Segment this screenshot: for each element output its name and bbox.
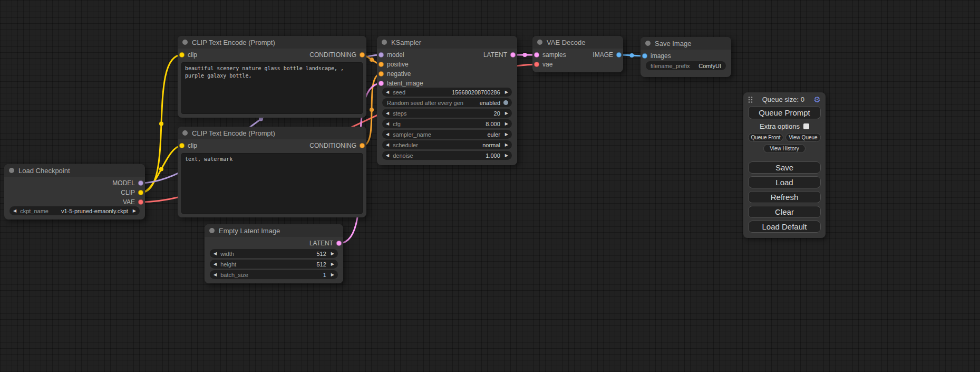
widget-scheduler[interactable]: ◀ scheduler normal ▶ (382, 140, 512, 149)
slot-dot-image[interactable] (642, 53, 647, 59)
arrow-left-icon[interactable]: ◀ (386, 143, 389, 147)
arrow-left-icon[interactable]: ◀ (214, 252, 217, 256)
slot-dot-vae[interactable] (534, 62, 539, 67)
widget-cfg[interactable]: ◀ cfg 8.000 ▶ (382, 119, 512, 128)
node-save-image[interactable]: Save Image images filename_prefix ComfyU… (641, 37, 731, 77)
refresh-button[interactable]: Refresh (748, 191, 821, 203)
slot-dot-image[interactable] (616, 52, 622, 58)
load-button[interactable]: Load (748, 176, 821, 188)
input-slot-clip[interactable]: clip (179, 141, 197, 150)
output-slot-conditioning[interactable]: CONDITIONING (309, 141, 365, 150)
arrow-left-icon[interactable]: ◀ (386, 154, 389, 158)
view-history-button[interactable]: View History (763, 144, 806, 153)
input-slot-model[interactable]: model (379, 50, 404, 60)
drag-handle-icon[interactable] (748, 96, 753, 103)
slot-dot-clip[interactable] (179, 143, 185, 148)
widget-ckpt-name[interactable]: ◀ ckpt_name v1-5-pruned-emaonly.ckpt ▶ (9, 206, 140, 215)
slot-dot-clip[interactable] (179, 52, 185, 58)
node-empty-latent-image[interactable]: Empty Latent Image LATENT ◀ width 512 ▶ … (205, 224, 343, 283)
output-slot-conditioning[interactable]: CONDITIONING (309, 50, 365, 60)
arrow-right-icon[interactable]: ▶ (505, 154, 508, 158)
node-ksampler[interactable]: KSampler model positive negative latent_… (377, 36, 517, 165)
slot-dot-latent[interactable] (336, 241, 342, 246)
node-title-bar[interactable]: VAE Decode (532, 36, 623, 49)
arrow-right-icon[interactable]: ▶ (505, 111, 508, 116)
node-title-bar[interactable]: CLIP Text Encode (Prompt) (178, 127, 366, 139)
input-slot-negative[interactable]: negative (379, 69, 411, 79)
node-vae-decode[interactable]: VAE Decode samples vae IMAGE (532, 36, 623, 72)
save-button[interactable]: Save (748, 161, 821, 174)
widget-steps[interactable]: ◀ steps 20 ▶ (382, 109, 512, 118)
collapse-dot-icon[interactable] (9, 168, 14, 173)
collapse-dot-icon[interactable] (182, 40, 188, 45)
arrow-left-icon[interactable]: ◀ (386, 111, 389, 116)
collapse-dot-icon[interactable] (537, 40, 542, 45)
clear-button[interactable]: Clear (748, 206, 821, 218)
toggle-dot-icon[interactable] (503, 100, 508, 105)
node-load-checkpoint[interactable]: Load Checkpoint MODEL CLIP VAE ◀ ckpt_na… (4, 164, 145, 220)
arrow-right-icon[interactable]: ▶ (331, 273, 334, 277)
slot-dot-conditioning[interactable] (360, 52, 365, 58)
load-default-button[interactable]: Load Default (748, 221, 821, 233)
input-slot-samples[interactable]: samples (534, 50, 566, 60)
arrow-right-icon[interactable]: ▶ (505, 122, 508, 126)
widget-sampler-name[interactable]: ◀ sampler_name euler ▶ (382, 130, 512, 139)
slot-dot-latent[interactable] (379, 81, 384, 86)
queue-prompt-button[interactable]: Queue Prompt (748, 106, 821, 119)
widget-seed[interactable]: ◀ seed 156680208700286 ▶ (382, 88, 512, 97)
node-title-bar[interactable]: CLIP Text Encode (Prompt) (178, 36, 366, 49)
node-title-bar[interactable]: KSampler (377, 36, 517, 49)
arrow-right-icon[interactable]: ▶ (133, 209, 136, 213)
collapse-dot-icon[interactable] (209, 228, 215, 233)
widget-random-seed-toggle[interactable]: Random seed after every gen enabled (382, 98, 512, 107)
output-slot-model[interactable]: MODEL (112, 178, 143, 188)
arrow-right-icon[interactable]: ▶ (331, 252, 334, 256)
output-slot-image[interactable]: IMAGE (593, 50, 622, 60)
slot-dot-latent[interactable] (534, 52, 539, 58)
slot-dot-conditioning[interactable] (360, 143, 365, 148)
slot-dot-conditioning[interactable] (379, 71, 384, 77)
collapse-dot-icon[interactable] (182, 130, 188, 136)
arrow-left-icon[interactable]: ◀ (214, 273, 217, 277)
collapse-dot-icon[interactable] (382, 40, 387, 45)
input-slot-images[interactable]: images (642, 51, 671, 61)
graph-canvas[interactable]: Load Checkpoint MODEL CLIP VAE ◀ ckpt_na… (0, 0, 980, 372)
node-clip-text-encode-positive[interactable]: CLIP Text Encode (Prompt) clip CONDITION… (178, 36, 366, 118)
input-slot-vae[interactable]: vae (534, 60, 552, 69)
slot-dot-vae[interactable] (138, 199, 143, 205)
widget-width[interactable]: ◀ width 512 ▶ (210, 249, 338, 258)
slot-dot-model[interactable] (138, 180, 143, 186)
prompt-textarea[interactable]: beautiful scenery nature glass bottle la… (181, 62, 363, 114)
arrow-right-icon[interactable]: ▶ (331, 262, 334, 266)
widget-height[interactable]: ◀ height 512 ▶ (210, 260, 338, 269)
slot-dot-model[interactable] (379, 52, 384, 58)
output-slot-latent[interactable]: LATENT (309, 239, 342, 248)
prompt-textarea[interactable]: text, watermark (181, 153, 363, 214)
arrow-left-icon[interactable]: ◀ (386, 132, 389, 137)
view-queue-button[interactable]: View Queue (785, 133, 821, 142)
arrow-left-icon[interactable]: ◀ (386, 122, 389, 126)
slot-dot-clip[interactable] (138, 190, 143, 195)
arrow-right-icon[interactable]: ▶ (505, 90, 508, 94)
collapse-dot-icon[interactable] (645, 41, 651, 46)
arrow-right-icon[interactable]: ▶ (505, 132, 508, 137)
slot-dot-conditioning[interactable] (379, 62, 384, 67)
output-slot-vae[interactable]: VAE (123, 197, 143, 207)
extra-options-checkbox[interactable] (803, 123, 809, 129)
node-clip-text-encode-negative[interactable]: CLIP Text Encode (Prompt) clip CONDITION… (178, 127, 366, 217)
widget-denoise[interactable]: ◀ denoise 1.000 ▶ (382, 151, 512, 160)
arrow-left-icon[interactable]: ◀ (386, 90, 389, 94)
queue-front-button[interactable]: Queue Front (748, 133, 783, 142)
output-slot-clip[interactable]: CLIP (121, 188, 143, 197)
widget-filename-prefix[interactable]: filename_prefix ComfyUI (646, 61, 726, 70)
input-slot-clip[interactable]: clip (179, 50, 197, 60)
arrow-left-icon[interactable]: ◀ (13, 209, 16, 213)
gear-icon[interactable]: ⚙ (814, 96, 821, 103)
arrow-right-icon[interactable]: ▶ (505, 143, 508, 147)
node-title-bar[interactable]: Load Checkpoint (4, 164, 145, 177)
widget-batch-size[interactable]: ◀ batch_size 1 ▶ (210, 270, 338, 279)
arrow-left-icon[interactable]: ◀ (214, 262, 217, 266)
input-slot-positive[interactable]: positive (379, 60, 409, 69)
input-slot-latent-image[interactable]: latent_image (379, 79, 423, 88)
node-title-bar[interactable]: Save Image (641, 37, 731, 50)
